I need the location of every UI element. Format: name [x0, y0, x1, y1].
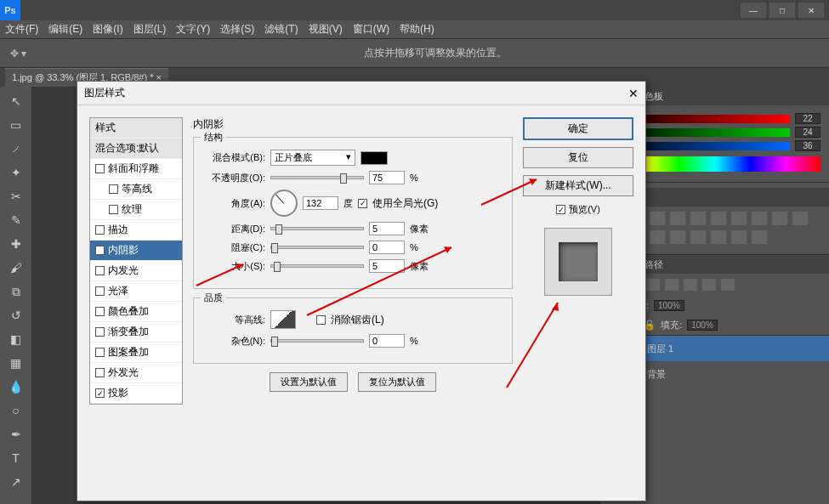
- global-light-checkbox[interactable]: ✓: [358, 199, 367, 208]
- marquee-tool[interactable]: ▭: [7, 116, 26, 134]
- channel-icon[interactable]: [665, 279, 679, 291]
- new-style-button[interactable]: 新建样式(W)...: [523, 175, 633, 196]
- style-preset[interactable]: [690, 230, 706, 244]
- style-color-overlay[interactable]: 颜色叠加: [90, 302, 182, 322]
- crop-tool[interactable]: ✂: [7, 187, 26, 206]
- menu-filter[interactable]: 滤镜(T): [264, 22, 298, 37]
- checkbox[interactable]: [109, 184, 118, 194]
- angle-input[interactable]: [303, 196, 338, 210]
- fill-value[interactable]: 100%: [687, 320, 718, 331]
- healing-tool[interactable]: ✚: [7, 235, 26, 253]
- contour-picker[interactable]: [270, 310, 296, 329]
- opacity-value[interactable]: 100%: [654, 300, 684, 311]
- checkbox[interactable]: [109, 205, 118, 214]
- style-header[interactable]: 样式: [90, 118, 182, 139]
- menu-select[interactable]: 选择(S): [220, 22, 254, 37]
- red-value[interactable]: 22: [795, 113, 820, 124]
- wand-tool[interactable]: ✦: [7, 163, 26, 182]
- history-tool[interactable]: ↺: [7, 306, 26, 325]
- style-bevel[interactable]: 斜面和浮雕: [90, 159, 182, 179]
- close-button[interactable]: ✕: [798, 3, 824, 18]
- distance-slider[interactable]: [270, 227, 364, 230]
- style-outer-glow[interactable]: 外发光: [90, 363, 182, 383]
- channel-icon[interactable]: [646, 279, 660, 291]
- opacity-slider[interactable]: [270, 176, 364, 179]
- tab-swatches[interactable]: 色板: [644, 90, 663, 103]
- checkbox[interactable]: [95, 286, 105, 296]
- style-preset[interactable]: [772, 212, 787, 225]
- checkbox[interactable]: [95, 266, 105, 275]
- style-preset[interactable]: [670, 212, 685, 225]
- style-preset[interactable]: [670, 230, 685, 244]
- menu-file[interactable]: 文件(F): [5, 22, 38, 37]
- maximize-button[interactable]: □: [769, 3, 795, 18]
- noise-input[interactable]: [369, 334, 405, 348]
- antialias-checkbox[interactable]: [316, 315, 326, 325]
- style-texture[interactable]: 纹理: [90, 200, 182, 220]
- checkbox[interactable]: [95, 368, 105, 377]
- dialog-close-icon[interactable]: ✕: [628, 87, 639, 100]
- channel-icon[interactable]: [721, 279, 735, 291]
- pen-tool[interactable]: ✒: [7, 425, 26, 444]
- style-preset[interactable]: [792, 212, 808, 225]
- blue-value[interactable]: 36: [795, 140, 820, 151]
- style-blend-options[interactable]: 混合选项:默认: [90, 139, 182, 159]
- channel-icon[interactable]: [684, 279, 697, 291]
- style-contour[interactable]: 等高线: [90, 179, 182, 200]
- style-satin[interactable]: 光泽: [90, 281, 182, 302]
- lasso-tool[interactable]: ⟋: [7, 139, 26, 158]
- choke-slider[interactable]: [270, 246, 364, 249]
- gradient-tool[interactable]: ▦: [7, 354, 26, 372]
- style-drop-shadow[interactable]: ✓投影: [90, 383, 182, 404]
- path-tool[interactable]: ↗: [7, 473, 26, 491]
- menu-type[interactable]: 文字(Y): [176, 22, 210, 37]
- style-pattern-overlay[interactable]: 图案叠加: [90, 343, 182, 363]
- menu-view[interactable]: 视图(V): [309, 22, 343, 37]
- choke-input[interactable]: [369, 241, 405, 254]
- checkbox[interactable]: ✓: [95, 246, 105, 255]
- green-value[interactable]: 24: [795, 127, 820, 138]
- style-preset[interactable]: [711, 230, 726, 244]
- style-preset[interactable]: [690, 212, 706, 225]
- blend-mode-select[interactable]: 正片叠底▾: [270, 150, 355, 166]
- style-preset[interactable]: [650, 230, 665, 244]
- dodge-tool[interactable]: ○: [7, 401, 26, 420]
- ok-button[interactable]: 确定: [523, 117, 633, 140]
- eraser-tool[interactable]: ◧: [7, 330, 26, 348]
- set-default-button[interactable]: 设置为默认值: [270, 372, 348, 392]
- cancel-button[interactable]: 复位: [523, 147, 633, 168]
- style-preset[interactable]: [731, 230, 747, 244]
- style-preset[interactable]: [731, 212, 747, 225]
- checkbox[interactable]: ✓: [95, 388, 105, 398]
- style-preset[interactable]: [752, 230, 767, 244]
- channel-icon[interactable]: [702, 279, 716, 291]
- minimize-button[interactable]: —: [741, 3, 766, 18]
- tab-paths[interactable]: 路径: [644, 258, 663, 271]
- style-gradient-overlay[interactable]: 渐变叠加: [90, 322, 182, 343]
- menu-window[interactable]: 窗口(W): [353, 22, 389, 37]
- style-preset[interactable]: [711, 212, 726, 225]
- menu-edit[interactable]: 编辑(E): [48, 22, 82, 37]
- stamp-tool[interactable]: ⧉: [7, 282, 26, 301]
- style-inner-shadow[interactable]: ✓内阴影: [90, 241, 182, 261]
- checkbox[interactable]: [95, 348, 105, 357]
- size-slider[interactable]: [270, 264, 364, 268]
- move-tool[interactable]: ↖: [7, 92, 26, 110]
- style-preset[interactable]: [752, 212, 767, 225]
- checkbox[interactable]: [95, 164, 105, 173]
- noise-slider[interactable]: [270, 339, 364, 343]
- menu-help[interactable]: 帮助(H): [400, 22, 434, 37]
- eyedropper-tool[interactable]: ✎: [7, 211, 26, 229]
- checkbox[interactable]: [95, 225, 105, 235]
- size-input[interactable]: [369, 259, 405, 273]
- opacity-input[interactable]: [369, 171, 405, 184]
- checkbox[interactable]: [95, 327, 105, 337]
- blur-tool[interactable]: 💧: [7, 377, 26, 396]
- menu-image[interactable]: 图像(I): [93, 22, 122, 37]
- style-preset[interactable]: [650, 212, 665, 225]
- preview-checkbox[interactable]: ✓: [556, 205, 565, 214]
- reset-default-button[interactable]: 复位为默认值: [358, 372, 436, 392]
- style-stroke[interactable]: 描边: [90, 220, 182, 241]
- brush-tool[interactable]: 🖌: [7, 258, 26, 277]
- checkbox[interactable]: [95, 307, 105, 316]
